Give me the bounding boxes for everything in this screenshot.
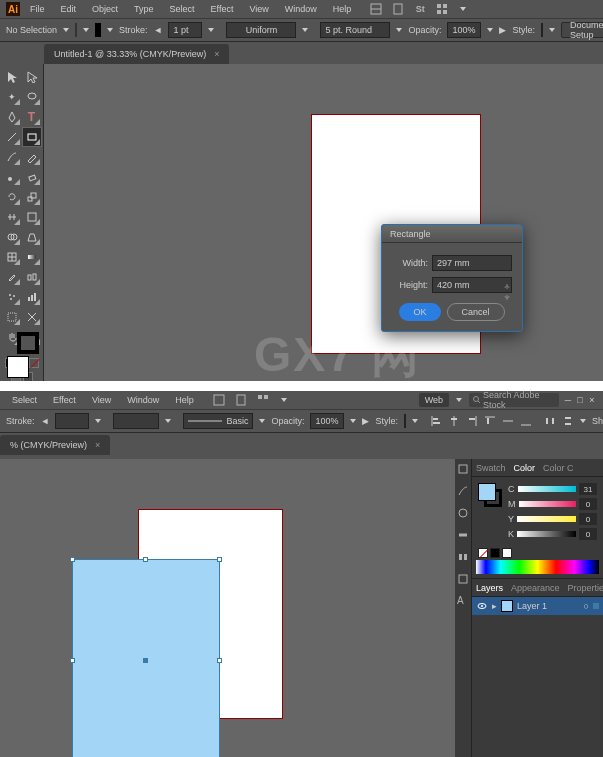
- selection-dropdown-icon[interactable]: [63, 23, 69, 37]
- blend-tool-icon[interactable]: [23, 268, 41, 286]
- layer-row[interactable]: ▸ Layer 1 ○: [472, 597, 603, 615]
- layer-expand-icon[interactable]: ▸: [492, 601, 497, 611]
- pen-tool-icon[interactable]: [3, 108, 21, 126]
- distribute-h-icon[interactable]: [544, 413, 556, 429]
- rotate-tool-icon[interactable]: [3, 188, 21, 206]
- dock-libraries-icon[interactable]: [457, 463, 469, 475]
- brush-dropdown-icon[interactable]: [396, 23, 402, 37]
- minimize-icon[interactable]: ─: [563, 395, 573, 405]
- none-swatch[interactable]: [478, 548, 488, 558]
- graphic-style-swatch[interactable]: [541, 23, 543, 37]
- align-vcenter-icon[interactable]: [502, 413, 514, 429]
- stroke-weight-dropdown-icon[interactable]: [208, 23, 214, 37]
- mesh-tool-icon[interactable]: [3, 248, 21, 266]
- align-dropdown-icon[interactable]: [580, 414, 586, 428]
- menu-type[interactable]: Type: [128, 2, 160, 16]
- layout-icon[interactable]: [212, 393, 226, 407]
- workspace-web-button[interactable]: Web: [419, 393, 449, 407]
- layer-target-icon[interactable]: ○: [584, 601, 589, 611]
- line-tool-icon[interactable]: [3, 128, 21, 146]
- blob-brush-tool-icon[interactable]: [3, 168, 21, 186]
- canvas[interactable]: GX7 网 Rectangle Width: 297 mm Height: 42…: [44, 64, 603, 381]
- pencil-tool-icon[interactable]: [23, 148, 41, 166]
- free-transform-tool-icon[interactable]: [23, 208, 41, 226]
- m-slider[interactable]: [519, 501, 577, 507]
- dock-align-icon[interactable]: [457, 551, 469, 563]
- eyedropper-tool-icon[interactable]: [3, 268, 21, 286]
- color-spectrum[interactable]: [476, 560, 599, 574]
- k-value[interactable]: 0: [579, 528, 597, 540]
- menu-file[interactable]: File: [24, 2, 51, 16]
- width-input[interactable]: 297 mm: [432, 255, 512, 271]
- magic-wand-tool-icon[interactable]: ✦: [3, 88, 21, 106]
- tab-color-guide[interactable]: Color C: [543, 463, 574, 473]
- m-value[interactable]: 0: [579, 498, 597, 510]
- close-icon[interactable]: ×: [587, 395, 597, 405]
- width-tool-icon[interactable]: [3, 208, 21, 226]
- c-value[interactable]: 31: [579, 483, 597, 495]
- menu-help[interactable]: Help: [169, 393, 200, 407]
- next-icon[interactable]: ▶: [362, 413, 369, 429]
- cancel-button[interactable]: Cancel: [447, 303, 505, 321]
- tab-properties[interactable]: Properties: [568, 583, 603, 593]
- menu-window[interactable]: Window: [121, 393, 165, 407]
- layer-name[interactable]: Layer 1: [517, 601, 547, 611]
- fill-stroke-indicator[interactable]: [478, 483, 502, 507]
- resize-handle-tl[interactable]: [70, 557, 75, 562]
- dock-stroke-icon[interactable]: [457, 529, 469, 541]
- distribute-v-icon[interactable]: [562, 413, 574, 429]
- resize-handle-tr[interactable]: [217, 557, 222, 562]
- ok-button[interactable]: OK: [399, 303, 440, 321]
- scale-tool-icon[interactable]: [23, 188, 41, 206]
- next-icon[interactable]: ▶: [499, 22, 506, 38]
- layout-icon[interactable]: [369, 2, 383, 16]
- resize-handle-ml[interactable]: [70, 658, 75, 663]
- visibility-icon[interactable]: [476, 600, 488, 612]
- grid-icon[interactable]: [435, 2, 449, 16]
- none-mode-icon[interactable]: [29, 358, 39, 368]
- profile-dropdown-icon[interactable]: [302, 23, 308, 37]
- stroke-dropdown-icon[interactable]: [95, 414, 101, 428]
- graph-tool-icon[interactable]: [23, 288, 41, 306]
- align-left-icon[interactable]: [430, 413, 442, 429]
- canvas[interactable]: [0, 459, 455, 757]
- menu-edit[interactable]: Edit: [55, 2, 83, 16]
- style-dropdown-icon[interactable]: [412, 414, 418, 428]
- menu-effect[interactable]: Effect: [205, 2, 240, 16]
- brush-dropdown-icon[interactable]: [259, 414, 265, 428]
- dock-char-icon[interactable]: A: [457, 595, 469, 607]
- constrain-link-icon[interactable]: [500, 277, 514, 307]
- stroke-weight-input[interactable]: [55, 413, 89, 429]
- k-slider[interactable]: [517, 531, 576, 537]
- stroke-decrement-icon[interactable]: ◄: [154, 22, 163, 38]
- dock-brushes-icon[interactable]: [457, 485, 469, 497]
- rectangle-tool-icon[interactable]: [23, 128, 41, 146]
- search-input[interactable]: Search Adobe Stock: [469, 393, 559, 407]
- menu-select[interactable]: Select: [6, 393, 43, 407]
- paintbrush-tool-icon[interactable]: [3, 148, 21, 166]
- tab-appearance[interactable]: Appearance: [511, 583, 560, 593]
- slice-tool-icon[interactable]: [23, 308, 41, 326]
- web-dropdown-icon[interactable]: [453, 393, 465, 407]
- fill-swatch[interactable]: [75, 23, 77, 37]
- document-tab[interactable]: % (CMYK/Preview) ×: [0, 435, 110, 455]
- menu-effect[interactable]: Effect: [47, 393, 82, 407]
- resize-handle-mr[interactable]: [217, 658, 222, 663]
- stroke-weight-input[interactable]: 1 pt: [168, 22, 202, 38]
- stroke-decrement-icon[interactable]: ◄: [41, 413, 50, 429]
- y-slider[interactable]: [517, 516, 576, 522]
- selection-tool-icon[interactable]: [3, 68, 21, 86]
- stroke-dropdown-icon[interactable]: [107, 23, 113, 37]
- maximize-icon[interactable]: □: [575, 395, 585, 405]
- profile-select[interactable]: [113, 413, 159, 429]
- y-value[interactable]: 0: [579, 513, 597, 525]
- white-swatch[interactable]: [502, 548, 512, 558]
- tab-layers[interactable]: Layers: [476, 583, 503, 593]
- opacity-dropdown-icon[interactable]: [487, 23, 493, 37]
- doc-icon[interactable]: [234, 393, 248, 407]
- direct-selection-tool-icon[interactable]: [23, 68, 41, 86]
- lasso-tool-icon[interactable]: [23, 88, 41, 106]
- menu-help[interactable]: Help: [327, 2, 358, 16]
- workspace-dropdown-icon[interactable]: [457, 2, 469, 16]
- profile-dropdown-icon[interactable]: [165, 414, 171, 428]
